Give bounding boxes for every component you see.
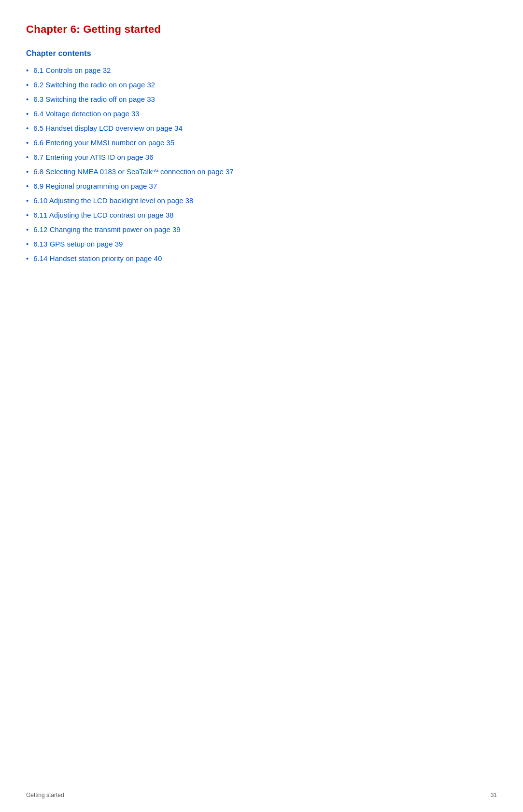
- toc-link-6.4[interactable]: 6.4 Voltage detection on page 33: [33, 108, 139, 120]
- toc-bullet: •: [26, 79, 28, 91]
- toc-bullet: •: [26, 195, 28, 206]
- toc-item[interactable]: •6.7 Entering your ATIS ID on page 36: [26, 151, 497, 163]
- toc-link-6.1[interactable]: 6.1 Controls on page 32: [33, 65, 111, 76]
- toc-link-6.12[interactable]: 6.12 Changing the transmit power on page…: [33, 224, 180, 235]
- toc-link-6.2[interactable]: 6.2 Switching the radio on on page 32: [33, 79, 155, 91]
- chapter-contents-title: Chapter contents: [26, 49, 497, 58]
- toc-bullet: •: [26, 224, 28, 235]
- toc-item[interactable]: •6.13 GPS setup on page 39: [26, 238, 497, 250]
- toc-bullet: •: [26, 65, 28, 76]
- toc-bullet: •: [26, 180, 28, 192]
- toc-link-6.9[interactable]: 6.9 Regional programming on page 37: [33, 180, 157, 192]
- toc-item[interactable]: •6.5 Handset display LCD overview on pag…: [26, 123, 497, 134]
- footer-right: 31: [491, 792, 497, 798]
- toc-bullet: •: [26, 108, 28, 120]
- toc-item[interactable]: •6.6 Entering your MMSI number on page 3…: [26, 137, 497, 149]
- toc-bullet: •: [26, 253, 28, 264]
- toc-bullet: •: [26, 94, 28, 105]
- toc-link-6.8[interactable]: 6.8 Selecting NMEA 0183 or SeaTalkⁿᴳ con…: [33, 166, 233, 178]
- toc-item[interactable]: •6.12 Changing the transmit power on pag…: [26, 224, 497, 235]
- toc-item[interactable]: •6.8 Selecting NMEA 0183 or SeaTalkⁿᴳ co…: [26, 166, 497, 178]
- toc-item[interactable]: •6.10 Adjusting the LCD backlight level …: [26, 195, 497, 206]
- chapter-title: Chapter 6: Getting started: [26, 23, 497, 36]
- toc-item[interactable]: •6.9 Regional programming on page 37: [26, 180, 497, 192]
- page-container: Chapter 6: Getting started Chapter conte…: [0, 0, 523, 812]
- toc-bullet: •: [26, 209, 28, 221]
- toc-link-6.10[interactable]: 6.10 Adjusting the LCD backlight level o…: [33, 195, 193, 206]
- toc-bullet: •: [26, 166, 28, 178]
- toc-link-6.14[interactable]: 6.14 Handset station priority on page 40: [33, 253, 162, 264]
- toc-bullet: •: [26, 151, 28, 163]
- toc-item[interactable]: •6.11 Adjusting the LCD contrast on page…: [26, 209, 497, 221]
- toc-link-6.7[interactable]: 6.7 Entering your ATIS ID on page 36: [33, 151, 153, 163]
- toc-link-6.11[interactable]: 6.11 Adjusting the LCD contrast on page …: [33, 209, 173, 221]
- toc-item[interactable]: •6.1 Controls on page 32: [26, 65, 497, 76]
- toc-bullet: •: [26, 137, 28, 149]
- toc-item[interactable]: •6.2 Switching the radio on on page 32: [26, 79, 497, 91]
- toc-list: •6.1 Controls on page 32•6.2 Switching t…: [26, 65, 497, 264]
- toc-link-6.5[interactable]: 6.5 Handset display LCD overview on page…: [33, 123, 183, 134]
- toc-item[interactable]: •6.4 Voltage detection on page 33: [26, 108, 497, 120]
- footer-left: Getting started: [26, 792, 64, 798]
- toc-link-6.13[interactable]: 6.13 GPS setup on page 39: [33, 238, 123, 250]
- toc-item[interactable]: •6.14 Handset station priority on page 4…: [26, 253, 497, 264]
- toc-item[interactable]: •6.3 Switching the radio off on page 33: [26, 94, 497, 105]
- toc-link-6.6[interactable]: 6.6 Entering your MMSI number on page 35: [33, 137, 174, 149]
- toc-bullet: •: [26, 123, 28, 134]
- toc-bullet: •: [26, 238, 28, 250]
- toc-link-6.3[interactable]: 6.3 Switching the radio off on page 33: [33, 94, 155, 105]
